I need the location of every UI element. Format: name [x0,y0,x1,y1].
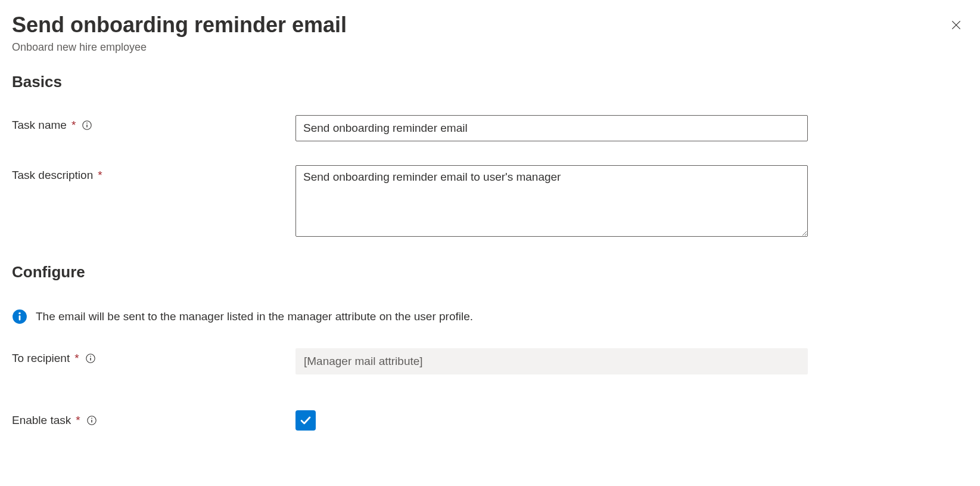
required-indicator: * [76,414,80,427]
enable-task-checkbox[interactable] [295,410,316,431]
svg-point-4 [86,123,88,124]
to-recipient-label-group: To recipient * [12,348,295,365]
basics-heading: Basics [12,73,968,91]
task-description-input[interactable] [295,165,808,237]
task-description-label-group: Task description * [12,165,295,182]
svg-point-7 [18,312,20,314]
task-name-input[interactable] [295,115,808,141]
task-name-label-group: Task name * [12,115,295,132]
info-icon [85,353,96,364]
svg-point-10 [90,356,91,357]
task-description-row: Task description * [12,165,968,239]
info-icon [86,415,97,426]
required-indicator: * [98,169,102,182]
to-recipient-field: [Manager mail attribute] [295,348,808,374]
required-indicator: * [74,352,79,365]
enable-task-info-button[interactable] [86,415,97,426]
configure-heading: Configure [12,263,968,281]
close-icon [950,19,962,31]
to-recipient-info-button[interactable] [85,353,96,364]
panel-subtitle: Onboard new hire employee [12,41,968,54]
required-indicator: * [71,119,76,132]
svg-rect-6 [19,315,21,321]
close-button[interactable] [948,17,965,33]
to-recipient-label: To recipient [12,352,70,365]
info-icon [82,120,92,131]
task-name-row: Task name * [12,115,968,141]
enable-task-label: Enable task [12,414,71,427]
svg-point-13 [91,418,92,419]
panel-title: Send onboarding reminder email [12,12,968,38]
enable-task-label-group: Enable task * [12,410,295,427]
to-recipient-row: To recipient * [Manager mail attribute] [12,348,968,374]
to-recipient-value: [Manager mail attribute] [304,355,423,368]
task-name-label: Task name [12,119,67,132]
task-name-info-button[interactable] [82,120,92,131]
info-banner-icon-wrap [12,309,27,324]
panel-header: Send onboarding reminder email Onboard n… [12,12,968,54]
info-filled-icon [12,309,27,324]
task-description-label: Task description [12,169,93,182]
info-banner-text: The email will be sent to the manager li… [36,310,473,323]
check-icon [299,414,312,427]
enable-task-row: Enable task * [12,410,968,431]
info-banner: The email will be sent to the manager li… [12,309,968,324]
